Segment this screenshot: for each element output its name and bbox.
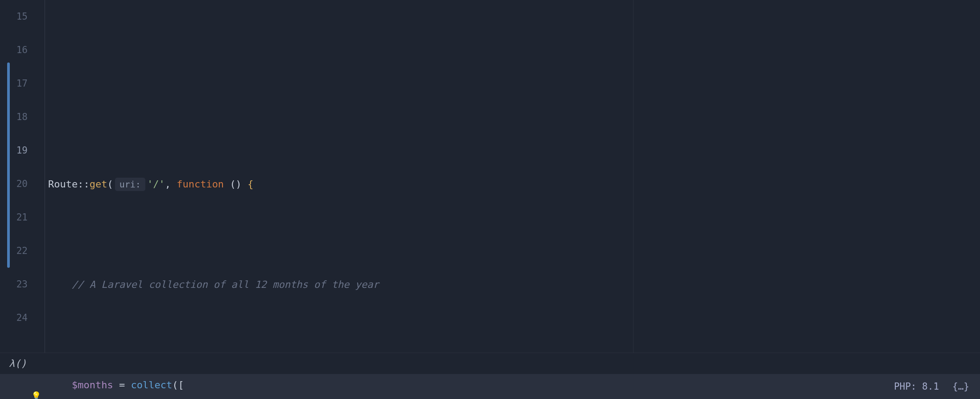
change-indicator-bar xyxy=(7,62,10,268)
inlay-hint: uri: xyxy=(115,178,145,191)
code-line[interactable]: 💡 $months = collect([ xyxy=(45,368,980,399)
class-token: Route xyxy=(48,179,78,190)
line-number[interactable]: 15 xyxy=(0,0,28,33)
line-number[interactable]: 20 xyxy=(0,167,28,201)
space xyxy=(242,179,247,190)
brace-token: { xyxy=(247,179,253,190)
variable-token: $months xyxy=(72,379,113,391)
line-number[interactable]: 24 xyxy=(0,301,28,335)
line-number-current[interactable]: 19 xyxy=(0,134,28,167)
line-number[interactable]: 16 xyxy=(0,33,28,67)
parens-token: () xyxy=(230,179,242,190)
line-number[interactable]: 22 xyxy=(0,234,28,268)
code-area[interactable]: Route::get(uri:'/', function () { // A L… xyxy=(45,0,980,353)
breadcrumb-lambda[interactable]: λ() xyxy=(9,358,27,369)
function-token: collect xyxy=(131,379,172,391)
line-number[interactable]: 23 xyxy=(0,268,28,301)
method-token: get xyxy=(90,179,107,190)
space xyxy=(224,179,230,190)
sep-token: :: xyxy=(78,179,90,190)
line-number[interactable]: 18 xyxy=(0,100,28,134)
code-line[interactable]: Route::get(uri:'/', function () { xyxy=(45,167,980,201)
op-token: = xyxy=(113,379,131,391)
string-token: '/' xyxy=(147,179,165,190)
paren-token: ( xyxy=(107,179,113,190)
keyword-token: function xyxy=(177,179,224,190)
comma-token: , xyxy=(165,179,177,190)
code-line[interactable] xyxy=(45,67,980,100)
comment-token: // A Laravel collection of all 12 months… xyxy=(72,279,379,290)
code-line[interactable]: // A Laravel collection of all 12 months… xyxy=(45,268,980,301)
editor-container: 15 16 17 18 19 20 21 22 23 24 Route::get… xyxy=(0,0,980,353)
lightbulb-icon[interactable]: 💡 xyxy=(31,379,41,399)
bracket-token: ([ xyxy=(172,379,184,391)
line-number-gutter[interactable]: 15 16 17 18 19 20 21 22 23 24 xyxy=(0,0,45,353)
line-number[interactable]: 17 xyxy=(0,67,28,100)
line-number[interactable]: 21 xyxy=(0,201,28,234)
